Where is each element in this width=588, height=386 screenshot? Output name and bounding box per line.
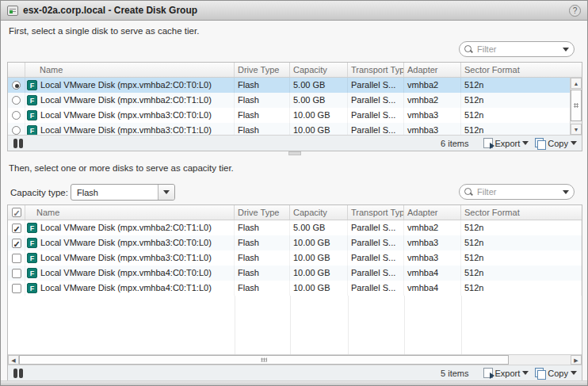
adapter: vmhba3 <box>404 108 461 123</box>
capacity-filter-input[interactable]: Filter <box>459 184 575 200</box>
capacity-type-dropdown[interactable]: Flash <box>71 184 175 201</box>
export-button[interactable]: Export <box>483 368 529 378</box>
column-header-adapter[interactable]: Adapter <box>404 63 461 77</box>
capacity-table-rows: FLocal VMware Disk (mpx.vmhba2:C0:T1:L0)… <box>8 220 582 296</box>
items-count: 6 items <box>441 139 468 148</box>
flash-disk-icon: F <box>27 110 37 120</box>
select-all-checkbox[interactable] <box>12 208 21 217</box>
filter-placeholder: Filter <box>477 187 563 197</box>
radio-button[interactable] <box>12 126 21 135</box>
table-row[interactable]: FLocal VMware Disk (mpx.vmhba3:C0:T0:L0)… <box>8 108 582 123</box>
column-header-drive-type[interactable]: Drive Type <box>235 205 290 220</box>
chevron-down-icon[interactable] <box>563 48 569 52</box>
adapter: vmhba3 <box>404 250 461 266</box>
search-icon <box>464 45 473 54</box>
column-header-capacity[interactable]: Capacity <box>290 63 348 77</box>
column-header-capacity[interactable]: Capacity <box>290 205 348 220</box>
host-icon <box>7 6 18 16</box>
cache-tier-instruction: First, select a single disk to serve as … <box>9 26 199 36</box>
adapter: vmhba2 <box>404 93 461 108</box>
adapter: vmhba4 <box>404 281 461 296</box>
table-row[interactable]: FLocal VMware Disk (mpx.vmhba2:C0:T1:L0)… <box>8 93 582 108</box>
table-row[interactable]: FLocal VMware Disk (mpx.vmhba2:C0:T1:L0)… <box>8 220 582 235</box>
cache-disk-table: Name Drive Type Capacity Transport Type … <box>7 62 582 151</box>
export-button[interactable]: Export <box>483 138 529 148</box>
sector-format: 512n <box>461 250 582 266</box>
create-disk-group-dialog: esx-02a.corp.local - Create Disk Group ?… <box>0 0 588 386</box>
cache-filter-input[interactable]: Filter <box>459 41 575 57</box>
capacity: 10.00 GB <box>290 250 348 266</box>
flash-disk-icon: F <box>27 95 37 105</box>
row-checkbox[interactable] <box>12 239 21 248</box>
chevron-down-icon[interactable] <box>563 190 569 194</box>
table-row[interactable]: FLocal VMware Disk (mpx.vmhba2:C0:T0:L0)… <box>8 78 582 93</box>
scroll-left-icon[interactable]: ◀ <box>8 355 19 365</box>
column-header-transport-type[interactable]: Transport Type <box>348 205 404 220</box>
adapter: vmhba2 <box>404 220 461 235</box>
column-header-sector-format[interactable]: Sector Format <box>461 63 582 77</box>
drive-type: Flash <box>235 93 290 108</box>
column-header-name[interactable]: Name <box>25 205 235 220</box>
scrollbar-thumb[interactable] <box>571 90 582 121</box>
find-icon[interactable] <box>13 139 24 148</box>
sector-format: 512n <box>461 78 582 93</box>
transport-type: Parallel S... <box>348 235 404 250</box>
flash-disk-icon: F <box>27 80 37 90</box>
copy-button[interactable]: Copy <box>535 138 577 148</box>
radio-button[interactable] <box>12 96 21 105</box>
column-header-adapter[interactable]: Adapter <box>404 205 461 220</box>
capacity-type-label: Capacity type: <box>10 188 68 197</box>
drive-type: Flash <box>235 281 290 296</box>
capacity-disk-table: Name Drive Type Capacity Transport Type … <box>7 204 582 381</box>
chevron-down-icon <box>571 371 577 375</box>
vertical-scrollbar[interactable]: ▲ ▼ <box>570 78 582 135</box>
table-row[interactable]: FLocal VMware Disk (mpx.vmhba4:C0:T1:L0)… <box>8 281 582 296</box>
disk-name: Local VMware Disk (mpx.vmhba2:C0:T1:L0) <box>40 220 212 235</box>
capacity: 10.00 GB <box>290 108 348 123</box>
dialog-bottom-edge <box>1 380 587 385</box>
table-row[interactable]: FLocal VMware Disk (mpx.vmhba4:C0:T0:L0)… <box>8 266 582 281</box>
sector-format: 512n <box>461 123 582 135</box>
capacity: 5.00 GB <box>290 93 348 108</box>
table-row[interactable]: FLocal VMware Disk (mpx.vmhba3:C0:T0:L0)… <box>8 235 582 250</box>
row-checkbox[interactable] <box>12 269 21 278</box>
row-checkbox[interactable] <box>12 254 21 263</box>
disk-name: Local VMware Disk (mpx.vmhba3:C0:T0:L0) <box>40 235 212 250</box>
horizontal-scrollbar[interactable]: ◀ ▶ <box>8 354 582 365</box>
column-header-drive-type[interactable]: Drive Type <box>235 63 290 77</box>
transport-type: Parallel S... <box>348 266 404 281</box>
column-header-name[interactable]: Name <box>25 63 235 77</box>
radio-button[interactable] <box>12 81 21 90</box>
sector-format: 512n <box>461 108 582 123</box>
scroll-right-icon[interactable]: ▶ <box>571 355 582 365</box>
row-checkbox[interactable] <box>12 284 21 293</box>
row-checkbox[interactable] <box>12 224 21 233</box>
help-icon[interactable]: ? <box>569 5 581 17</box>
flash-disk-icon: F <box>27 268 37 278</box>
scroll-up-icon[interactable]: ▲ <box>571 78 582 89</box>
table-row[interactable]: FLocal VMware Disk (mpx.vmhba3:C0:T1:L0)… <box>8 250 582 266</box>
adapter: vmhba3 <box>404 123 461 135</box>
table-row[interactable]: FLocal VMware Disk (mpx.vmhba3:C0:T1:L0)… <box>8 123 582 135</box>
copy-icon <box>535 138 545 148</box>
capacity-type-value: Flash <box>71 188 158 197</box>
radio-button[interactable] <box>12 111 21 120</box>
column-header-sector-format[interactable]: Sector Format <box>461 205 582 220</box>
column-header-transport-type[interactable]: Transport Type <box>348 63 404 77</box>
disk-name: Local VMware Disk (mpx.vmhba3:C0:T0:L0) <box>40 108 212 123</box>
capacity: 5.00 GB <box>290 220 348 235</box>
transport-type: Parallel S... <box>348 108 404 123</box>
drive-type: Flash <box>235 123 290 135</box>
scroll-down-icon[interactable]: ▼ <box>571 124 582 135</box>
scrollbar-thumb[interactable] <box>19 355 509 365</box>
transport-type: Parallel S... <box>348 281 404 296</box>
flash-disk-icon: F <box>27 283 37 293</box>
transport-type: Parallel S... <box>348 78 404 93</box>
splitter-handle[interactable] <box>288 151 301 155</box>
capacity: 5.00 GB <box>290 78 348 93</box>
find-icon[interactable] <box>13 369 24 378</box>
copy-button[interactable]: Copy <box>535 368 577 378</box>
dropdown-button[interactable] <box>158 185 174 200</box>
drive-type: Flash <box>235 78 290 93</box>
copy-icon <box>535 368 545 378</box>
